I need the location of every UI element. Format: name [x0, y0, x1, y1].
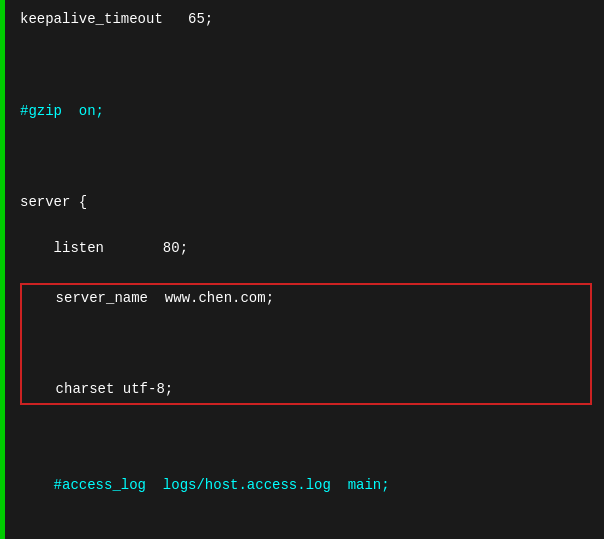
code-line: server {	[20, 191, 592, 214]
code-line: server_name www.chen.com;	[22, 287, 590, 310]
code-line: #access_log logs/host.access.log main;	[20, 474, 592, 497]
code-content: keepalive_timeout 65; #gzip on; server {…	[20, 8, 592, 539]
code-line	[20, 54, 592, 77]
code-line	[20, 519, 592, 539]
code-line	[20, 428, 592, 451]
code-line: #gzip on;	[20, 100, 592, 123]
code-line	[20, 145, 592, 168]
code-line	[22, 332, 590, 355]
highlight-box-1: server_name www.chen.com; charset utf-8;	[20, 283, 592, 406]
code-line: charset utf-8;	[22, 378, 590, 401]
code-editor: keepalive_timeout 65; #gzip on; server {…	[0, 0, 604, 539]
code-line: keepalive_timeout 65;	[20, 8, 592, 31]
left-indicator	[0, 0, 5, 539]
code-line: listen 80;	[20, 237, 592, 260]
